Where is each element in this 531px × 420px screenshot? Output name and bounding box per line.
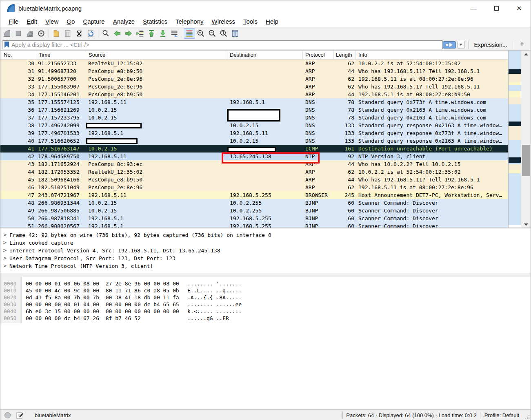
menu-wireless[interactable]: Wireless: [208, 17, 240, 26]
hex-row-0030[interactable]: 003000 00 00 00 00 01 04 00 00 00 00 00 …: [0, 301, 531, 308]
go-to-packet-button[interactable]: [134, 28, 146, 39]
resize-grip[interactable]: [525, 415, 529, 419]
menu-go[interactable]: Go: [62, 17, 79, 26]
stop-capture-button[interactable]: [13, 28, 24, 39]
column-header-time[interactable]: Time: [36, 51, 86, 59]
add-filter-button[interactable]: +: [515, 40, 529, 49]
reload-file-button[interactable]: [85, 28, 96, 39]
column-header-protocol[interactable]: Protocol: [303, 51, 334, 59]
packet-row-51[interactable]: 51266.988020567192.168.5.1192.168.5.255B…: [0, 222, 509, 228]
capture-options-button[interactable]: [36, 28, 47, 39]
expert-info-icon[interactable]: [4, 412, 11, 418]
menu-help[interactable]: Help: [262, 17, 282, 26]
zoom-out-button[interactable]: [207, 28, 218, 39]
menu-tools[interactable]: Tools: [239, 17, 262, 26]
menu-edit[interactable]: Edit: [22, 17, 41, 26]
menu-statistics[interactable]: Statistics: [139, 17, 171, 26]
start-capture-button[interactable]: [1, 28, 13, 39]
packet-row-33[interactable]: 33177.155083907PcsCompu_2e:8e:96ARP62Who…: [0, 83, 509, 91]
column-header-info[interactable]: Info: [356, 51, 509, 59]
packet-row-39[interactable]: 39177.496701533192.168.5.1192.168.5.11DN…: [0, 129, 509, 137]
auto-scroll-button[interactable]: [169, 28, 180, 39]
filter-dropdown-button[interactable]: [458, 41, 464, 49]
status-profile[interactable]: Profile: Default: [484, 412, 519, 418]
close-file-button[interactable]: [73, 28, 85, 39]
packet-row-50[interactable]: 50266.987818341192.168.5.1192.168.5.255B…: [0, 214, 509, 222]
packet-row-35[interactable]: 35177.155574125192.168.5.11192.168.5.1DN…: [0, 98, 509, 106]
restart-capture-button[interactable]: [24, 28, 36, 39]
packet-row-34[interactable]: 34177.155146201PcsCompu_e8:b9:50ARP44192…: [0, 91, 509, 98]
go-first-button[interactable]: [146, 28, 157, 39]
hex-row-0000[interactable]: 000000 00 00 01 00 06 08 00 27 2e 8e 96 …: [0, 280, 531, 287]
packet-row-45[interactable]: 45182.509684166PcsCompu_e8:b9:50ARP44Who…: [0, 176, 509, 183]
zoom-in-button[interactable]: [195, 28, 207, 39]
packet-row-38[interactable]: 38177.49624209910.0.2.15DNS133Standard q…: [0, 122, 509, 129]
detail-row-1[interactable]: >Linux cooked capture: [0, 239, 531, 247]
packet-row-31[interactable]: 3191.499687120PcsCompu_e8:b9:50ARP44Who …: [0, 67, 509, 75]
packet-row-48[interactable]: 48266.98693134410.0.2.1510.0.2.255BJNP60…: [0, 199, 509, 207]
detail-row-4[interactable]: >Network Time Protocol (NTP Version 3, c…: [0, 262, 531, 270]
scrollbar-thumb[interactable]: [522, 145, 530, 176]
column-header-destination[interactable]: Destination: [227, 51, 303, 59]
menu-telephony[interactable]: Telephony: [171, 17, 207, 26]
display-filter-field[interactable]: [2, 40, 443, 49]
packet-row-32[interactable]: 3291.500657700PcsCompu_2e:8e:96ARP62192.…: [0, 75, 509, 83]
expand-chevron-icon[interactable]: >: [0, 262, 9, 270]
filter-bookmark-icon[interactable]: [4, 42, 9, 48]
open-file-button[interactable]: [51, 28, 62, 39]
packet-row-49[interactable]: 49266.98750688510.0.2.1510.0.2.255BJNP60…: [0, 207, 509, 214]
column-header-source[interactable]: Source: [86, 51, 227, 59]
apply-filter-button[interactable]: [443, 41, 456, 49]
capture-comment-icon[interactable]: [16, 412, 23, 419]
menu-view[interactable]: View: [41, 17, 62, 26]
packet-cell: 243.074721967: [36, 191, 86, 199]
go-last-button[interactable]: [157, 28, 169, 39]
packet-cell: 182.510251049: [36, 183, 86, 191]
scroll-up-button[interactable]: [521, 51, 531, 57]
packet-row-47[interactable]: 47243.074721967192.168.5.11192.168.5.255…: [0, 191, 509, 199]
expand-chevron-icon[interactable]: >: [0, 239, 9, 247]
scroll-down-button[interactable]: [521, 221, 531, 228]
detail-row-3[interactable]: >User Datagram Protocol, Src Port: 123, …: [0, 254, 531, 262]
packet-cell: 177.155083907: [36, 83, 86, 91]
find-packet-button[interactable]: [100, 28, 111, 39]
expand-chevron-icon[interactable]: >: [0, 254, 9, 262]
toolbar-separator: [49, 29, 49, 38]
hex-row-0040[interactable]: 00406b e0 3c 15 00 00 00 00 00 00 00 00 …: [0, 308, 531, 315]
save-file-button[interactable]: [62, 28, 73, 39]
menu-capture[interactable]: Capture: [79, 17, 109, 26]
hex-row-0010[interactable]: 001045 00 00 4c 00 9c 00 00 80 11 71 86 …: [0, 287, 531, 294]
resize-columns-button[interactable]: [229, 28, 241, 39]
column-header-no[interactable]: No.: [0, 51, 36, 59]
expand-chevron-icon[interactable]: >: [0, 247, 9, 254]
main-toolbar: [0, 27, 531, 39]
detail-row-0[interactable]: >Frame 42: 92 bytes on wire (736 bits), …: [0, 231, 531, 239]
menu-analyze[interactable]: Analyze: [109, 17, 139, 26]
minimize-button[interactable]: —: [462, 0, 485, 16]
menu-file[interactable]: File: [4, 17, 22, 26]
packet-row-46[interactable]: 46182.510251049PcsCompu_2e:8e:96ARP62192…: [0, 183, 509, 191]
display-filter-input[interactable]: [11, 42, 442, 48]
wireshark-fin-icon: [6, 3, 15, 13]
colorize-button[interactable]: [184, 28, 195, 39]
zoom-original-button[interactable]: [218, 28, 229, 39]
packet-row-30[interactable]: 3091.215652733RealtekU_12:35:02ARP6210.0…: [0, 60, 509, 67]
column-header-length[interactable]: Length: [334, 51, 356, 59]
detail-row-2[interactable]: >Internet Protocol Version 4, Src: 192.1…: [0, 247, 531, 254]
packet-cell: 10.0.2.15: [227, 137, 303, 145]
hex-row-0050[interactable]: 005000 00 00 00 dc b4 67 26 8f b7 46 52.…: [0, 315, 531, 322]
go-back-button[interactable]: [111, 28, 123, 39]
close-button[interactable]: ×: [508, 0, 531, 16]
packet-row-40[interactable]: 40177.51662065210.0.2.15DNS133Standard q…: [0, 137, 509, 145]
status-separator: [342, 411, 343, 419]
expand-chevron-icon[interactable]: >: [0, 231, 9, 239]
packet-row-44[interactable]: 44182.172053352RealtekU_12:35:02ARP6210.…: [0, 168, 509, 176]
maximize-button[interactable]: [485, 0, 508, 16]
go-forward-button[interactable]: [123, 28, 134, 39]
expression-button[interactable]: Expression...: [471, 42, 511, 48]
packet-list-scrollbar[interactable]: [521, 51, 531, 228]
hex-row-0020[interactable]: 00200d 41 f5 8a 00 7b 00 7b 00 38 41 18 …: [0, 294, 531, 301]
packet-cell: 43: [0, 160, 36, 168]
pane-splitter[interactable]: [0, 273, 531, 277]
packet-cell: 133: [334, 122, 356, 129]
